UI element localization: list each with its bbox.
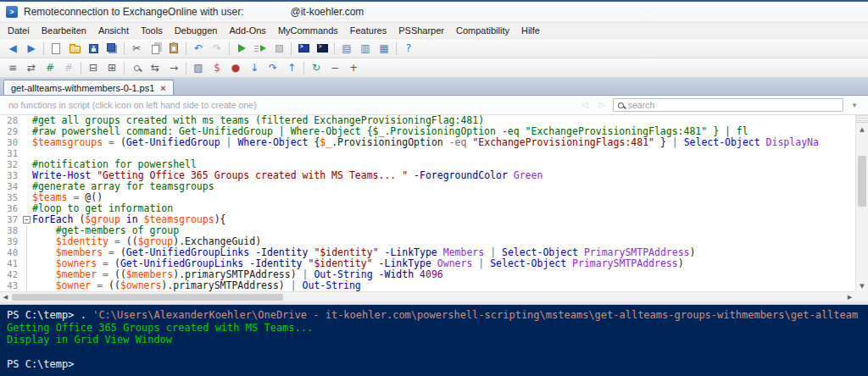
menu-item-tools[interactable]: Tools bbox=[135, 24, 169, 37]
line-number[interactable]: 34 bbox=[0, 181, 22, 192]
toggle-breakpoint-icon[interactable]: ● bbox=[227, 60, 244, 76]
new-remote-powershell-tab-icon[interactable] bbox=[295, 41, 312, 57]
expand-regions-icon[interactable]: ⊞ bbox=[103, 60, 120, 76]
fold-column bbox=[22, 258, 32, 269]
start-powershell-exe-icon[interactable] bbox=[314, 41, 331, 57]
nav-forward-icon[interactable]: ▶ bbox=[23, 41, 40, 57]
paste-icon[interactable] bbox=[165, 41, 182, 57]
goto-line-icon[interactable]: → bbox=[165, 60, 182, 76]
show-console-pane-icon[interactable]: ▥ bbox=[357, 41, 374, 57]
horizontal-scrollbar-thumb[interactable] bbox=[12, 294, 283, 301]
app-icon: > bbox=[6, 6, 18, 18]
tab-close-icon[interactable]: × bbox=[160, 83, 165, 93]
line-number[interactable]: 41 bbox=[0, 258, 22, 269]
variables-icon[interactable]: $ bbox=[209, 60, 225, 76]
app-window: > Remoteconnection to ExchangeOnline wit… bbox=[0, 0, 868, 376]
title-bar[interactable]: > Remoteconnection to ExchangeOnline wit… bbox=[0, 2, 868, 23]
zoom-in-icon[interactable]: + bbox=[345, 60, 362, 76]
code-line[interactable]: 30$teamsgroups = (Get-UnifiedGroup | Whe… bbox=[0, 137, 855, 148]
fold-column bbox=[22, 280, 32, 291]
menu-item-debuggen[interactable]: Debuggen bbox=[169, 24, 224, 37]
vertical-scrollbar-thumb[interactable] bbox=[858, 156, 866, 207]
split-handle-icon[interactable] bbox=[856, 115, 868, 123]
line-number[interactable]: 40 bbox=[0, 247, 22, 258]
tab-bar: get-allteams-withmembers-0-1.ps1 × bbox=[0, 78, 868, 96]
line-number[interactable]: 30 bbox=[0, 137, 22, 148]
step-out-icon[interactable]: ↑ bbox=[283, 60, 300, 76]
line-number[interactable]: 39 bbox=[0, 236, 22, 247]
line-number[interactable]: 28 bbox=[0, 115, 22, 126]
scrollbar-corner bbox=[855, 291, 868, 301]
code-line[interactable]: 34#generate array for teamsgroups bbox=[0, 181, 855, 192]
step-over-icon[interactable]: ↷ bbox=[264, 60, 281, 76]
menu-item-compatibility[interactable]: Compatibility bbox=[450, 24, 515, 37]
cut-icon[interactable]: ✂ bbox=[128, 41, 145, 57]
run-selection-icon[interactable] bbox=[252, 41, 269, 57]
line-number[interactable]: 38 bbox=[0, 225, 22, 236]
run-script-icon[interactable] bbox=[233, 41, 250, 57]
line-number[interactable]: 43 bbox=[0, 280, 22, 291]
refresh-icon[interactable]: ↻ bbox=[308, 60, 325, 76]
snippets-icon[interactable]: ▨ bbox=[190, 60, 207, 76]
zoom-out-icon[interactable]: − bbox=[326, 60, 343, 76]
copy-icon[interactable] bbox=[147, 41, 164, 57]
fold-column bbox=[22, 247, 32, 258]
undo-icon[interactable]: ↶ bbox=[190, 41, 207, 57]
menu-item-ansicht[interactable]: Ansicht bbox=[92, 24, 135, 37]
collapse-regions-icon[interactable]: ⊟ bbox=[85, 60, 102, 76]
editor-vertical-scrollbar[interactable]: ▲ ▼ bbox=[855, 115, 868, 291]
open-script-icon[interactable] bbox=[66, 41, 83, 57]
fold-column: − bbox=[22, 214, 32, 225]
expand-alias-icon[interactable]: ⇄ bbox=[23, 60, 40, 76]
console-line: Getting Office 365 Groups created with M… bbox=[7, 322, 861, 335]
find-icon[interactable] bbox=[128, 60, 145, 76]
search-input[interactable] bbox=[628, 100, 838, 110]
format-script-icon[interactable]: ≡ bbox=[4, 60, 21, 76]
save-icon[interactable] bbox=[85, 41, 102, 57]
fold-column bbox=[22, 137, 32, 148]
line-number[interactable]: 32 bbox=[0, 159, 22, 170]
menu-item-hilfe[interactable]: Hilfe bbox=[515, 24, 546, 37]
code-line[interactable]: 43 $owner = (($owners).primarySMTPAddres… bbox=[0, 280, 855, 291]
script-editor[interactable]: 28#get all groups created with ms teams … bbox=[0, 115, 868, 301]
fold-column bbox=[22, 148, 32, 159]
toolbar-separator bbox=[186, 42, 186, 55]
line-number[interactable]: 31 bbox=[0, 148, 22, 159]
new-script-icon[interactable] bbox=[47, 41, 64, 57]
line-number[interactable]: 42 bbox=[0, 269, 22, 280]
show-both-panes-icon[interactable]: ▦ bbox=[376, 41, 392, 57]
scroll-left-icon[interactable]: ◀ bbox=[0, 292, 11, 302]
line-number[interactable]: 33 bbox=[0, 170, 22, 181]
toolbar-main: ◀▶✂↶↷▤▥▦? bbox=[0, 39, 868, 58]
comment-selection-icon[interactable]: # bbox=[42, 60, 58, 76]
line-number[interactable]: 35 bbox=[0, 192, 22, 203]
menu-item-features[interactable]: Features bbox=[344, 24, 392, 37]
menu-item-add-ons[interactable]: Add-Ons bbox=[223, 24, 271, 37]
fold-column bbox=[22, 203, 32, 214]
scroll-down-icon[interactable]: ▼ bbox=[856, 280, 868, 291]
menu-item-mycommands[interactable]: MyCommands bbox=[272, 24, 344, 37]
line-number[interactable]: 29 bbox=[0, 126, 22, 137]
save-all-icon[interactable] bbox=[103, 41, 120, 57]
step-into-icon[interactable]: ↓ bbox=[246, 60, 263, 76]
editor-horizontal-scrollbar[interactable]: ◀ ▶ bbox=[0, 291, 855, 301]
menu-item-bearbeiten[interactable]: Bearbeiten bbox=[36, 24, 92, 37]
replace-icon[interactable]: ⇆ bbox=[147, 60, 164, 76]
scroll-up-icon[interactable]: ▲ bbox=[856, 124, 868, 135]
show-script-pane-icon[interactable]: ▤ bbox=[338, 41, 355, 57]
stop-icon bbox=[270, 41, 287, 57]
search-box[interactable] bbox=[613, 98, 843, 112]
menu-item-pssharper[interactable]: PSSharper bbox=[392, 24, 450, 37]
help-icon[interactable]: ? bbox=[400, 41, 417, 57]
console-pane[interactable]: PS C:\temp> . 'C:\Users\AlexanderKoehler… bbox=[0, 305, 868, 376]
nav-back-icon[interactable]: ◀ bbox=[4, 41, 21, 57]
toolbar-separator bbox=[124, 42, 125, 55]
menu-item-datei[interactable]: Datei bbox=[2, 24, 36, 37]
scroll-right-icon[interactable]: ▶ bbox=[844, 292, 855, 302]
line-number[interactable]: 36 bbox=[0, 203, 22, 214]
fold-collapse-icon[interactable]: − bbox=[23, 216, 31, 224]
search-icon bbox=[618, 102, 624, 108]
tab-script[interactable]: get-allteams-withmembers-0-1.ps1 × bbox=[3, 80, 174, 95]
search-options-icon[interactable]: ▾ bbox=[848, 98, 861, 112]
line-number[interactable]: 37 bbox=[0, 214, 22, 225]
